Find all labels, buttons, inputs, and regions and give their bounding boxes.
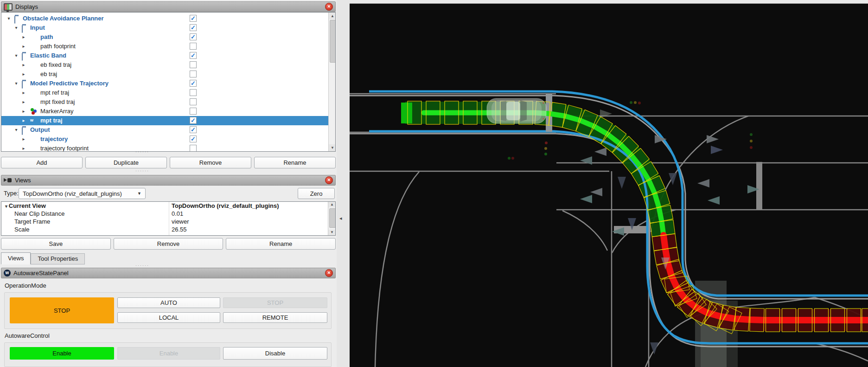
enabled-checkbox[interactable]: [190, 61, 197, 68]
render-view[interactable]: [350, 0, 868, 367]
autoware-control-group: Enable EnableDisable: [4, 342, 332, 367]
splitter-dots[interactable]: [121, 170, 163, 173]
autoware-control-current-enable-button[interactable]: Enable: [10, 347, 114, 360]
scrollbar-thumb[interactable]: [329, 208, 336, 228]
views-remove-button[interactable]: Remove: [114, 238, 223, 250]
operation-mode-local-button[interactable]: LOCAL: [117, 312, 220, 323]
view-type-dropdown[interactable]: TopDownOrtho (rviz_default_plugins) ▼: [19, 188, 146, 199]
tree-row-output[interactable]: ▾Output: [1, 125, 329, 135]
tree-row-trajectory-footprint[interactable]: ▸trajectory footprint: [1, 144, 329, 152]
tree-row-trajectory[interactable]: ▸trajectory: [1, 135, 329, 144]
tree-row-label: Elastic Band: [30, 51, 66, 60]
collapse-icon[interactable]: ▾: [13, 23, 19, 32]
zero-button[interactable]: Zero: [298, 188, 335, 199]
current-view-table: Current ViewTopDownOrtho (rviz_default_p…: [1, 201, 336, 236]
enabled-checkbox[interactable]: [190, 43, 197, 50]
tree-row-label: eb fixed traj: [40, 60, 71, 70]
chevron-down-icon: ▼: [137, 191, 141, 196]
enabled-checkbox[interactable]: [190, 135, 197, 142]
tree-row-label: trajectory footprint: [40, 144, 89, 152]
tree-row-eb-traj[interactable]: ▸eb traj: [1, 70, 329, 79]
expand-icon[interactable]: ▸: [21, 70, 26, 79]
scroll-down-icon[interactable]: ▼: [328, 230, 336, 235]
enabled-checkbox[interactable]: [190, 80, 197, 87]
tree-row-mpt-ref-traj[interactable]: ▸mpt ref traj: [1, 88, 329, 97]
enabled-checkbox[interactable]: [190, 98, 197, 105]
operation-mode-remote-button[interactable]: REMOTE: [223, 312, 327, 323]
collapse-icon[interactable]: ▾: [13, 125, 19, 135]
views-rename-button[interactable]: Rename: [226, 238, 336, 250]
scroll-up-icon[interactable]: ▲: [329, 13, 336, 19]
displays-remove-button[interactable]: Remove: [170, 157, 251, 168]
displays-rename-button[interactable]: Rename: [254, 157, 336, 168]
tree-row-label: mpt fixed traj: [40, 97, 75, 107]
tree-row-mpt-traj[interactable]: ▸mpt traj: [1, 116, 329, 125]
tree-row-markerarray[interactable]: ▸MarkerArray: [1, 107, 329, 116]
tab-tool-properties[interactable]: Tool Properties: [31, 253, 85, 264]
enabled-checkbox[interactable]: [190, 71, 197, 77]
enabled-checkbox[interactable]: [190, 52, 197, 59]
expand-icon[interactable]: ▸: [21, 32, 26, 42]
collapse-icon[interactable]: ▾: [13, 51, 19, 60]
enabled-checkbox[interactable]: [190, 108, 197, 115]
tab-views[interactable]: Views: [1, 252, 31, 264]
property-row-scale[interactable]: Scale26.55: [1, 225, 335, 233]
close-icon[interactable]: [325, 3, 333, 11]
operation-mode-group: STOP AUTOSTOPLOCALREMOTE: [4, 292, 332, 329]
scrollbar-thumb[interactable]: [330, 20, 336, 63]
collapse-icon[interactable]: ▾: [13, 79, 19, 88]
tree-row-label: Obstacle Avoidance Planner: [23, 14, 104, 23]
tree-row-elastic-band[interactable]: ▾Elastic Band: [1, 51, 329, 60]
operation-mode-auto-button[interactable]: AUTO: [117, 297, 220, 308]
expand-icon[interactable]: ▸: [21, 42, 26, 51]
autoware-control-disable-button[interactable]: Disable: [223, 347, 327, 360]
splitter-dots[interactable]: [121, 151, 163, 154]
enabled-checkbox[interactable]: [190, 33, 197, 40]
tree-row-obstacle-avoidance-planner[interactable]: ▾Obstacle Avoidance Planner: [1, 14, 329, 23]
displays-tree-scrollbar[interactable]: ▲ ▼: [328, 13, 336, 151]
property-value[interactable]: 26.55: [172, 225, 187, 233]
splitter-collapse-icon[interactable]: ◂: [339, 215, 342, 221]
tree-row-model-predictive-trajectory[interactable]: ▾Model Predictive Trajectory: [1, 79, 329, 88]
expand-icon[interactable]: ▸: [21, 60, 26, 70]
property-row-current-view[interactable]: Current ViewTopDownOrtho (rviz_default_p…: [1, 202, 335, 210]
displays-add-button[interactable]: Add: [1, 157, 83, 168]
displays-duplicate-button[interactable]: Duplicate: [85, 157, 167, 168]
property-row-near-clip-distance[interactable]: Near Clip Distance0.01: [1, 210, 335, 218]
tree-row-label: path footprint: [40, 42, 76, 51]
expand-icon[interactable]: ▸: [21, 144, 26, 152]
property-row-target-frame[interactable]: Target Frameviewer: [1, 218, 335, 225]
tree-row-eb-fixed-traj[interactable]: ▸eb fixed traj: [1, 60, 329, 70]
scroll-down-icon[interactable]: ▼: [329, 144, 336, 151]
close-icon[interactable]: [325, 176, 333, 184]
tree-row-mpt-fixed-traj[interactable]: ▸mpt fixed traj: [1, 97, 329, 107]
folder-icon: [22, 53, 23, 61]
expand-icon[interactable]: ▸: [21, 116, 26, 125]
expand-icon[interactable]: ▸: [21, 135, 26, 144]
splitter-dots[interactable]: [121, 264, 163, 267]
collapse-icon[interactable]: ▾: [6, 14, 12, 23]
scroll-up-icon[interactable]: ▲: [328, 202, 336, 207]
expand-icon[interactable]: ▸: [21, 107, 26, 116]
tree-row-input[interactable]: ▾Input: [1, 23, 329, 32]
enabled-checkbox[interactable]: [190, 15, 197, 22]
tree-row-path[interactable]: ▸path: [1, 32, 329, 42]
property-value[interactable]: TopDownOrtho (rviz_default_plugins): [172, 202, 279, 210]
folder-icon: [22, 81, 23, 89]
expand-icon[interactable]: ▸: [21, 88, 26, 97]
panel-splitter[interactable]: ◂: [337, 0, 350, 367]
property-value[interactable]: viewer: [172, 218, 189, 225]
tree-row-path-footprint[interactable]: ▸path footprint: [1, 42, 329, 51]
operation-mode-current-stop-button[interactable]: STOP: [10, 297, 114, 323]
views-table-scrollbar[interactable]: ▲ ▼: [328, 202, 336, 235]
enabled-checkbox[interactable]: [190, 126, 197, 133]
enabled-checkbox[interactable]: [190, 89, 197, 96]
property-name: Near Clip Distance: [14, 210, 64, 218]
close-icon[interactable]: [325, 269, 333, 277]
property-value[interactable]: 0.01: [172, 210, 183, 218]
views-save-button[interactable]: Save: [1, 238, 111, 250]
enabled-checkbox[interactable]: [190, 145, 197, 152]
expand-icon[interactable]: ▸: [21, 97, 26, 107]
enabled-checkbox[interactable]: [190, 117, 197, 124]
enabled-checkbox[interactable]: [190, 24, 197, 31]
